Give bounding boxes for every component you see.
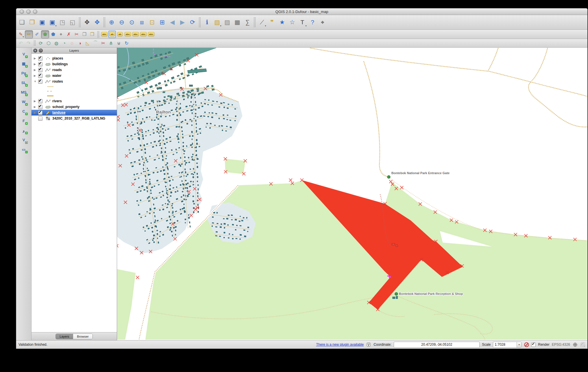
panel-close-icon[interactable]: ✕ — [33, 49, 37, 53]
highlight-pinned-labels-button[interactable]: abc — [124, 31, 132, 38]
panel-float-icon[interactable]: ❐ — [39, 49, 43, 53]
zoom-native-button[interactable]: ⊙ — [127, 17, 137, 27]
map-svg[interactable]: RailtonBontebok National Park Entrance G… — [117, 48, 587, 340]
layer-visibility-checkbox[interactable] — [38, 79, 42, 84]
layer-expand-icon[interactable]: ▶ — [34, 74, 38, 77]
layer-visibility-checkbox[interactable] — [38, 74, 42, 78]
new-shapefile-layer-button[interactable]: V✱▼ — [20, 136, 28, 144]
map-canvas[interactable]: RailtonBontebok National Park Entrance G… — [117, 48, 587, 340]
redo-button[interactable]: ↷ — [25, 40, 32, 47]
layer-visibility-checkbox[interactable] — [38, 68, 42, 72]
layer-visibility-checkbox[interactable] — [38, 116, 42, 121]
new-print-composer-button[interactable]: ◳ — [58, 17, 67, 27]
save-layer-edits-button[interactable]: ✐ — [33, 31, 41, 38]
poi-dot-icon[interactable] — [387, 176, 390, 178]
show-bookmarks-button[interactable]: ☆ — [287, 17, 297, 27]
select-features-button[interactable]: ▧▼ — [212, 17, 222, 27]
paste-features-button[interactable]: ❒ — [88, 31, 96, 38]
help-contents-button[interactable]: ? — [308, 17, 317, 27]
layer-expand-icon[interactable]: ▶ — [34, 105, 38, 108]
layer-expand-icon[interactable]: ▶ — [34, 111, 38, 114]
crs-status-icon[interactable] — [572, 342, 578, 347]
layer-symbol-line-thick[interactable] — [32, 94, 117, 98]
panel-tab-layers[interactable]: Layers — [56, 334, 73, 339]
composer-manager-button[interactable]: ◱ — [68, 17, 77, 27]
zoom-next-button[interactable]: ▶ — [177, 17, 187, 27]
add-spatialite-layer-button[interactable]: SL+ — [20, 79, 28, 87]
dropdown-arrow-icon[interactable]: ▼ — [220, 25, 222, 27]
add-wms-layer-button[interactable]: W+ — [20, 98, 28, 106]
delete-ring-button[interactable]: ◌ — [68, 40, 76, 47]
stop-render-icon[interactable] — [524, 342, 529, 347]
zoom-last-button[interactable]: ◀ — [167, 17, 177, 27]
layer-visibility-checkbox[interactable] — [38, 99, 42, 103]
layer-expand-icon[interactable]: ▼ — [34, 80, 38, 83]
remove-layer-button[interactable]: ▭− — [20, 145, 28, 153]
reshape-features-button[interactable]: ◺ — [84, 40, 91, 47]
layer-item-buildings[interactable]: ▶buildings — [32, 61, 117, 67]
layer-visibility-checkbox[interactable] — [38, 105, 42, 109]
minimize-window-button[interactable] — [26, 10, 31, 14]
render-checkbox[interactable] — [531, 343, 536, 347]
delete-part-button[interactable]: ◑ — [76, 40, 84, 47]
dropdown-arrow-icon[interactable]: ▼ — [305, 25, 307, 27]
map-tips-button[interactable]: ❞ — [267, 17, 277, 27]
layer-visibility-checkbox[interactable] — [38, 62, 42, 66]
pin-unpin-labels-button[interactable]: ab — [116, 31, 124, 38]
labeling-options-button[interactable]: abc — [101, 31, 108, 38]
add-vector-layer-button[interactable]: V+ — [20, 50, 28, 58]
field-calculator-button[interactable]: ∑ — [243, 17, 252, 27]
coordinate-input[interactable]: 20.47209,-34.05102 — [394, 342, 480, 348]
layer-visibility-checkbox[interactable] — [38, 56, 42, 61]
pan-to-selection-button[interactable]: ✥ — [92, 17, 102, 27]
dropdown-arrow-icon[interactable]: ▼ — [25, 142, 27, 144]
add-feature-button[interactable]: ⬟ — [41, 30, 49, 38]
text-annotation-button[interactable]: T▼ — [297, 17, 307, 27]
layer-visibility-checkbox[interactable] — [38, 111, 42, 115]
add-delimited-text-layer-button[interactable]: و+ — [20, 126, 28, 134]
new-bookmark-button[interactable]: ★ — [277, 17, 287, 27]
layer-symbol-line-dashed[interactable] — [32, 89, 117, 94]
layer-item-rivers[interactable]: ▶rivers — [32, 98, 117, 104]
move-label-button[interactable]: ab — [108, 31, 116, 38]
copy-features-button[interactable]: ❐ — [81, 31, 88, 38]
resize-grip-icon[interactable] — [580, 342, 585, 347]
add-postgis-layer-button[interactable]: Pg+ — [20, 69, 28, 77]
undo-button[interactable]: ↶ — [17, 40, 25, 47]
refresh-map-button[interactable]: ⟳ — [188, 17, 197, 27]
dropdown-arrow-icon[interactable]: ▼ — [22, 36, 24, 38]
rotate-label-button[interactable]: abc — [140, 31, 147, 38]
open-attribute-table-button[interactable]: ▦ — [232, 17, 242, 27]
zoom-window-button[interactable] — [33, 10, 37, 14]
deselect-features-button[interactable]: ▨ — [222, 17, 232, 27]
chevron-down-icon[interactable]: ▼ — [517, 342, 521, 347]
dropdown-arrow-icon[interactable]: ▼ — [55, 25, 57, 27]
current-edits-button[interactable]: ✎▼ — [17, 31, 25, 38]
show-hide-labels-button[interactable]: abc — [132, 31, 139, 38]
node-tool-button[interactable]: ⌖ — [57, 31, 65, 38]
layer-item-3420C_2010_327_RGB_LATLNG[interactable]: 3420C_2010_327_RGB_LATLNG — [32, 116, 117, 121]
layer-item-roads[interactable]: ▶roads — [32, 67, 117, 73]
split-parts-button[interactable]: ⋔ — [107, 40, 115, 47]
save-project-as-button[interactable]: ▣▼ — [47, 17, 57, 27]
merge-features-button[interactable]: ⊎ — [115, 40, 123, 47]
delete-selected-button[interactable]: ✗ — [65, 31, 73, 38]
layer-item-landuse[interactable]: ▶landuse — [32, 110, 117, 116]
layer-expand-icon[interactable]: ▶ — [34, 63, 38, 66]
close-window-button[interactable] — [20, 10, 24, 14]
layer-item-school_property[interactable]: ▶school_property — [32, 104, 117, 110]
zoom-full-button[interactable]: ⧈ — [137, 17, 147, 27]
poi-dot-icon[interactable] — [395, 292, 398, 295]
open-project-button[interactable]: ❒ — [27, 17, 37, 27]
whats-this-button[interactable]: ⌖ — [318, 17, 328, 27]
offset-curve-button[interactable]: ⌒ — [92, 40, 99, 47]
new-project-button[interactable]: ❏ — [17, 17, 27, 27]
plugin-icon[interactable] — [366, 342, 371, 347]
add-raster-layer-button[interactable]: ▦+ — [20, 59, 28, 68]
save-project-button[interactable]: ▣ — [37, 17, 47, 27]
zoom-to-layer-button[interactable]: ⊞ — [157, 17, 167, 27]
layer-expand-icon[interactable]: ▶ — [34, 100, 38, 103]
zoom-out-button[interactable]: ⊖ — [117, 17, 127, 27]
simplify-feature-button[interactable]: ⬡ — [45, 40, 52, 47]
move-feature-button[interactable]: ⬟ — [49, 31, 57, 38]
